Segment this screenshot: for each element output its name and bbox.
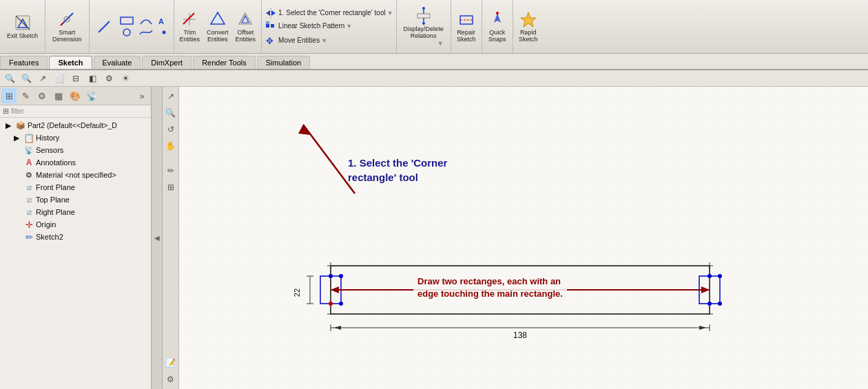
- rotate-vtbtn[interactable]: ↺: [164, 123, 178, 136]
- tab-render-tools[interactable]: Render Tools: [193, 56, 256, 69]
- sidebar-collapse-handle[interactable]: ◀: [152, 87, 163, 389]
- dim-138-label: 138: [513, 330, 527, 340]
- line-button[interactable]: [92, 16, 116, 38]
- tab-sketch[interactable]: Sketch: [49, 56, 92, 69]
- zoom-in-button[interactable]: 🔍: [3, 72, 17, 85]
- circle-button[interactable]: [118, 27, 136, 38]
- tab-dimxpert[interactable]: DimXpert: [142, 56, 192, 69]
- relations-dropdown[interactable]: ▼: [437, 40, 444, 47]
- quick-snaps-label: QuickSnaps: [488, 30, 506, 43]
- note-vtbtn[interactable]: 📝: [164, 356, 178, 370]
- tab-features[interactable]: Features: [0, 56, 48, 69]
- spline-button[interactable]: [137, 27, 155, 38]
- property-manager-button[interactable]: ✎: [18, 88, 33, 103]
- exit-sketch-button[interactable]: Exit Sketch: [4, 12, 41, 41]
- tree-item-annotations[interactable]: ▶ A Annotations: [0, 156, 151, 169]
- sketch2-expand-icon: ▶: [11, 231, 22, 242]
- lighting-button[interactable]: ☀: [118, 72, 132, 85]
- svg-point-56: [707, 274, 712, 278]
- tree-item-history[interactable]: ▶ 📋 History: [0, 132, 151, 144]
- repair-sketch-button[interactable]: RepairSketch: [454, 8, 479, 45]
- settings-button[interactable]: ⚙: [102, 72, 116, 85]
- svg-marker-34: [521, 12, 536, 27]
- tree-item-origin[interactable]: ▶ ✛ Origin: [0, 218, 151, 231]
- tree-item-material[interactable]: ▶ ⚙ Material <not specified>: [0, 169, 151, 181]
- rapid-sketch-icon: [519, 10, 538, 29]
- tree-item-top-plane[interactable]: ▶ ⧄ Top Plane: [0, 193, 151, 206]
- svg-marker-19: [266, 10, 270, 16]
- tab-evaluate[interactable]: Evaluate: [94, 56, 141, 69]
- section-view-button[interactable]: ⊟: [69, 72, 83, 85]
- convert-icon: [208, 10, 227, 29]
- sketch-vtbtn[interactable]: ✏: [164, 164, 178, 178]
- tree-label-history: History: [36, 134, 59, 142]
- tree-item-part2[interactable]: ▶ 📦 Part2 (Default<<Default>_D: [0, 119, 151, 132]
- linear-pattern-label: Linear Sketch Pattern: [278, 22, 344, 30]
- tree-label-part2: Part2 (Default<<Default>_D: [28, 121, 117, 129]
- smart-dimension-button[interactable]: SmartDimension: [50, 8, 85, 45]
- config-manager-button[interactable]: ⚙: [34, 88, 50, 103]
- annotations-icon: A: [23, 157, 34, 168]
- sensor-button[interactable]: 📡: [84, 88, 99, 103]
- smart-dimension-icon: [57, 10, 76, 29]
- canvas-svg: 22 138: [179, 87, 868, 389]
- rapid-sketch-button[interactable]: RapidSketch: [516, 8, 541, 45]
- main-toolbar: Exit Sketch SmartDimension: [0, 0, 868, 54]
- trim-label: TrimEntities: [180, 30, 200, 43]
- svg-marker-20: [271, 10, 276, 16]
- tab-simulation[interactable]: Simulation: [257, 56, 310, 69]
- quick-snaps-button[interactable]: QuickSnaps: [485, 8, 510, 45]
- text-button[interactable]: A: [156, 15, 172, 26]
- tree-label-material: Material <not specified>: [36, 171, 116, 179]
- sketch2-icon: ✏: [23, 231, 34, 242]
- dim-xpert-button[interactable]: ▦: [51, 88, 66, 103]
- display-relations-button[interactable]: Display/DeleteRelations ▼: [401, 5, 446, 48]
- svg-rect-7: [121, 17, 133, 24]
- secondary-toolbar: 🔍 🔍 ↗ ⬜ ⊟ ◧ ⚙ ☀: [0, 70, 868, 87]
- tree-item-sensors[interactable]: ▶ 📡 Sensors: [0, 144, 151, 156]
- rectangle-button[interactable]: [118, 15, 136, 26]
- view-button[interactable]: ⬜: [52, 72, 66, 85]
- svg-point-10: [162, 31, 165, 34]
- spline-icon: [138, 28, 154, 37]
- appearance-button[interactable]: 🎨: [68, 88, 83, 103]
- feature-manager-button[interactable]: ⊞: [1, 88, 17, 103]
- relation-vtbtn[interactable]: ⊞: [164, 180, 178, 194]
- collapse-icon: ◀: [154, 234, 160, 242]
- tree-label-sketch2: Sketch2: [36, 233, 63, 241]
- zoom-vtbtn[interactable]: 🔍: [164, 106, 178, 120]
- gear-vtbtn[interactable]: ⚙: [164, 372, 178, 386]
- line-icon: [94, 17, 114, 36]
- trim-icon: [180, 10, 199, 29]
- select-vtbtn[interactable]: ↗: [164, 90, 178, 103]
- pan-vtbtn[interactable]: ✋: [164, 139, 178, 153]
- linear-pattern-small-icon: [265, 20, 277, 32]
- tree-label-right-plane: Right Plane: [36, 208, 75, 216]
- instruction2-text: Draw two rectanges, each with anedge tou…: [413, 273, 567, 303]
- select-button[interactable]: ↗: [36, 72, 50, 85]
- right-plane-expand-icon: ▶: [11, 207, 22, 218]
- move-dropdown[interactable]: ▼: [321, 37, 327, 44]
- mirror-small-icon: [265, 7, 277, 19]
- expand-sidebar-button[interactable]: »: [134, 88, 149, 103]
- sketch-canvas[interactable]: 22 138: [179, 87, 868, 389]
- arc-button[interactable]: [137, 15, 155, 26]
- zoom-out-button[interactable]: 🔍: [19, 72, 33, 85]
- display-relations-icon: [414, 6, 433, 25]
- sidebar-toolbar: ⊞ ✎ ⚙ ▦ 🎨 📡 »: [0, 87, 151, 105]
- svg-rect-23: [266, 21, 269, 25]
- trim-entities-button[interactable]: TrimEntities: [177, 8, 203, 45]
- material-expand-icon: ▶: [11, 169, 22, 180]
- convert-entities-button[interactable]: ConvertEntities: [204, 8, 231, 45]
- offset-label: OffsetEntities: [236, 30, 256, 43]
- offset-entities-button[interactable]: OffsetEntities: [233, 8, 259, 45]
- tree-item-front-plane[interactable]: ▶ ⧄ Front Plane: [0, 181, 151, 193]
- display-mode-button[interactable]: ◧: [85, 72, 99, 85]
- pattern-dropdown[interactable]: ▼: [346, 23, 352, 30]
- instruction1-text: 1. Select the 'Cornerrectangle' tool: [348, 156, 447, 185]
- tree-item-sketch2[interactable]: ▶ ✏ Sketch2: [0, 231, 151, 243]
- point-button[interactable]: [156, 27, 172, 38]
- mirror-dropdown[interactable]: ▼: [387, 10, 393, 17]
- tree-item-right-plane[interactable]: ▶ ⧄ Right Plane: [0, 206, 151, 218]
- svg-point-29: [422, 22, 425, 25]
